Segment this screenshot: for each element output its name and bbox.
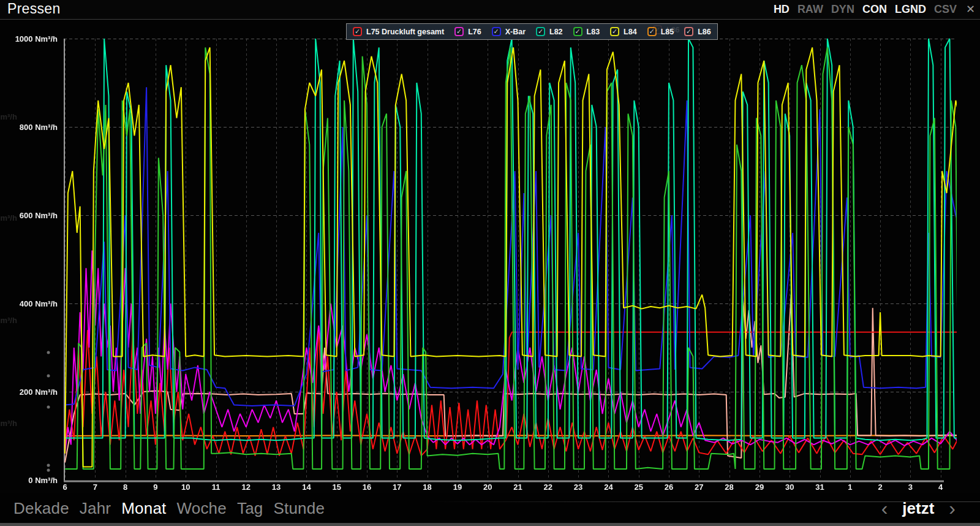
x-tick-label: 15 <box>332 482 341 492</box>
x-tick-label: 6 <box>62 482 67 492</box>
time-range-selector: DekadeJahrMonatWocheTagStunde <box>13 493 325 524</box>
x-tick-label: 18 <box>423 482 431 492</box>
legend-checkbox-icon[interactable]: ✓ <box>454 27 464 36</box>
x-tick-label: 10 <box>181 482 190 492</box>
y-tick-label: 0 Nm³/h <box>1 476 58 485</box>
legend-label: L82 <box>549 28 563 36</box>
x-tick-label: 31 <box>815 482 824 492</box>
legend-label: L75 Druckluft gesamt <box>366 28 444 36</box>
chart-canvas[interactable] <box>0 0 980 526</box>
pressen-panel: Pressen HDRAWDYNCONLGNDCSV✕ 1000 Nm³/h80… <box>0 0 980 526</box>
legend-label: X-Bar <box>505 28 526 36</box>
legend-ghost-item: ✓ L86 <box>653 25 680 34</box>
x-tick-label: 21 <box>513 482 522 492</box>
legend-item-l76[interactable]: ✓L76 <box>454 27 481 36</box>
x-tick-label: 23 <box>574 482 582 492</box>
y-tick-ghost-label: 00 Nm³/h <box>0 112 17 121</box>
x-tick-label: 20 <box>483 482 492 492</box>
legend-checkbox-icon[interactable]: ✓ <box>610 27 619 36</box>
x-tick-label: 26 <box>665 482 673 492</box>
legend-ghost-label: L86 <box>666 26 680 34</box>
legend-item-l83[interactable]: ✓L83 <box>573 27 600 36</box>
x-tick-label: 7 <box>93 482 97 492</box>
y-tick-label: 1000 Nm³/h <box>1 34 58 44</box>
range-button-dekade[interactable]: Dekade <box>13 499 69 518</box>
legend-label: L76 <box>468 28 481 36</box>
bottom-edge-bar <box>0 523 980 526</box>
range-button-woche[interactable]: Woche <box>176 499 226 518</box>
x-tick-label: 4 <box>938 482 943 492</box>
x-tick-label: 2 <box>878 482 882 492</box>
legend-label: L84 <box>624 28 637 36</box>
x-tick-label: 29 <box>755 482 764 492</box>
x-tick-label: 24 <box>604 482 612 492</box>
legend-item-l86[interactable]: ✓L86 <box>684 27 711 36</box>
legend-checkbox-icon[interactable]: ✓ <box>536 27 545 36</box>
x-tick-label: 12 <box>242 482 251 492</box>
x-tick-label: 11 <box>212 482 221 492</box>
y-tick-label: 400 Nm³/h <box>1 299 58 308</box>
legend-checkbox-icon[interactable]: ✓ <box>492 27 501 36</box>
footer-bar: DekadeJahrMonatWocheTagStunde ‹ jetzt › <box>0 493 980 524</box>
chart-area: 1000 Nm³/h800 Nm³/h600 Nm³/h400 Nm³/h200… <box>0 20 980 493</box>
x-tick-label: 9 <box>153 482 157 492</box>
x-tick-label: 28 <box>725 482 733 492</box>
y-tick-ghost-label: 00 Nm³/h <box>0 316 17 325</box>
legend-item-x-bar[interactable]: ✓X-Bar <box>492 27 526 36</box>
chevron-left-icon[interactable]: ‹ <box>881 498 888 518</box>
jetzt-button[interactable]: jetzt <box>902 499 934 518</box>
y-tick-ghost-label: 00 Nm³/h <box>0 213 17 223</box>
legend-label: L86 <box>698 28 711 36</box>
legend-item-l82[interactable]: ✓L82 <box>536 27 563 36</box>
x-tick-label: 27 <box>695 482 703 492</box>
y-tick-label: 800 Nm³/h <box>1 123 58 132</box>
legend-ghost-checkbox-icon: ✓ <box>653 25 662 34</box>
x-tick-label: 8 <box>123 482 127 492</box>
time-nav: ‹ jetzt › <box>881 493 956 524</box>
legend-checkbox-icon[interactable]: ✓ <box>573 27 582 36</box>
range-button-tag[interactable]: Tag <box>237 499 263 518</box>
x-tick-label: 19 <box>453 482 462 492</box>
x-tick-label: 1 <box>848 482 852 492</box>
chevron-right-icon[interactable]: › <box>949 498 956 518</box>
y-tick-ghost-label: 00 Nm³/h <box>0 419 17 428</box>
legend-checkbox-icon[interactable]: ✓ <box>684 27 693 36</box>
y-tick-label: 200 Nm³/h <box>1 387 58 397</box>
x-tick-label: 13 <box>272 482 281 492</box>
range-button-stunde[interactable]: Stunde <box>273 499 325 518</box>
x-tick-label: 17 <box>393 482 401 492</box>
legend-label: L83 <box>587 28 600 36</box>
legend-item-l75-druckluft-gesamt[interactable]: ✓L75 Druckluft gesamt <box>353 27 444 36</box>
x-tick-label: 3 <box>908 482 913 492</box>
x-tick-label: 16 <box>363 482 371 492</box>
legend-item-l84[interactable]: ✓L84 <box>610 27 637 36</box>
x-tick-label: 30 <box>785 482 794 492</box>
legend-checkbox-icon[interactable]: ✓ <box>353 27 362 36</box>
x-tick-label: 14 <box>302 482 311 492</box>
x-tick-label: 22 <box>544 482 552 492</box>
range-button-jahr[interactable]: Jahr <box>80 499 111 518</box>
x-tick-label: 25 <box>634 482 643 492</box>
range-button-monat[interactable]: Monat <box>121 499 166 518</box>
